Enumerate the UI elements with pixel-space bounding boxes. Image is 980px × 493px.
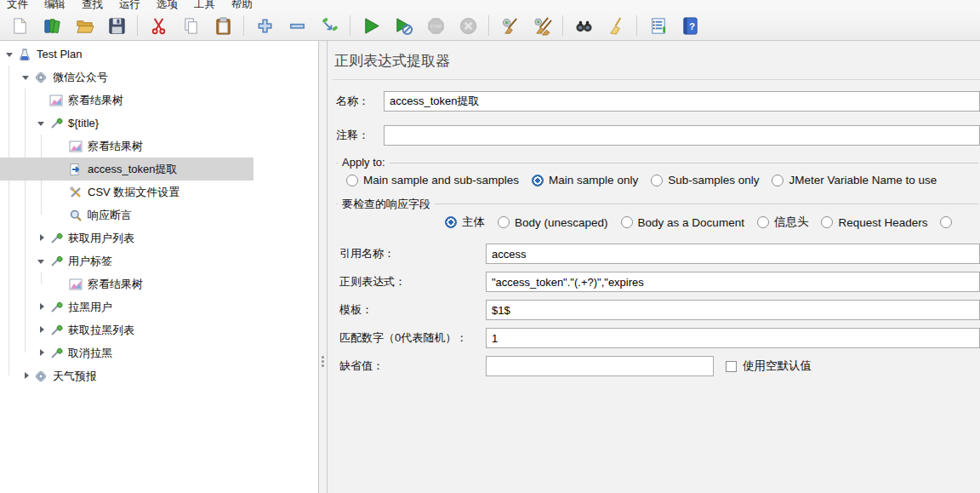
splitter-grip-icon xyxy=(322,354,324,369)
expand-all-icon xyxy=(255,16,275,36)
toolbar-separator xyxy=(562,15,563,36)
sampler-icon xyxy=(49,347,63,360)
toggle-spacer xyxy=(35,94,48,107)
radio-icon xyxy=(757,216,769,228)
expand-toggle[interactable] xyxy=(35,324,48,337)
new-file-icon xyxy=(10,16,30,36)
clear-button[interactable] xyxy=(498,14,521,37)
comment-row: 注释： xyxy=(333,125,980,146)
panel-splitter[interactable] xyxy=(319,41,328,493)
menu-tools[interactable]: 工具 xyxy=(191,0,218,11)
new-file-button[interactable] xyxy=(8,14,31,37)
radio-body[interactable]: 主体 xyxy=(445,215,485,230)
clear-all-button[interactable] xyxy=(530,14,554,37)
expand-toggle[interactable] xyxy=(3,48,17,61)
start-no-timers-button[interactable] xyxy=(391,14,415,37)
results-tree-icon xyxy=(69,278,83,291)
toggle-button[interactable] xyxy=(317,14,341,37)
menu-run[interactable]: 运行 xyxy=(117,0,143,11)
tree-item-csv-data-set[interactable]: CSV 数据文件设置 xyxy=(0,181,318,204)
help-icon: ? xyxy=(681,16,700,36)
function-helper-icon xyxy=(648,16,668,36)
copy-button[interactable] xyxy=(179,14,202,37)
radio-sub-samples-only[interactable]: Sub-samples only xyxy=(651,174,759,186)
expand-toggle[interactable] xyxy=(35,232,48,245)
tree-item-response-assertion[interactable]: 响应断言 xyxy=(0,204,318,226)
toggle-icon xyxy=(320,16,339,36)
match-no-input[interactable] xyxy=(486,328,980,348)
expand-toggle[interactable] xyxy=(35,347,48,360)
tree-item-user-tags[interactable]: 用户标签 xyxy=(0,249,318,272)
tree-item-results-tree-3[interactable]: 察看结果树 xyxy=(0,272,318,295)
radio-body-as-document[interactable]: Body as a Document xyxy=(621,216,744,229)
assertion-icon xyxy=(69,209,83,222)
expand-all-button[interactable] xyxy=(253,14,276,37)
test-plan-icon xyxy=(18,48,31,61)
save-button[interactable] xyxy=(105,14,128,37)
tree-item-unblock[interactable]: 取消拉黑 xyxy=(0,341,318,364)
template-input[interactable] xyxy=(486,300,980,320)
regex-input[interactable] xyxy=(486,272,980,292)
comment-input[interactable] xyxy=(384,125,980,146)
tree-item-get-user-list[interactable]: 获取用户列表 xyxy=(0,226,318,249)
menu-help[interactable]: 帮助 xyxy=(229,0,255,11)
tree-item-results-tree-1[interactable]: 察看结果树 xyxy=(0,89,318,112)
tree-item-get-block-list[interactable]: 获取拉黑列表 xyxy=(0,318,318,341)
menu-search[interactable]: 查找 xyxy=(79,0,105,11)
expand-toggle[interactable] xyxy=(20,71,33,84)
tree-item-access-token-extractor[interactable]: access_token提取 xyxy=(0,158,318,181)
menu-options[interactable]: 选项 xyxy=(154,0,180,11)
menu-file[interactable]: 文件 xyxy=(4,0,31,11)
use-empty-default-checkbox[interactable] xyxy=(726,361,737,372)
tree-item-label: Test Plan xyxy=(37,48,82,60)
menu-edit[interactable]: 编辑 xyxy=(42,0,68,11)
regex-extractor-editor: 正则表达式提取器 名称： 注释： Apply to: Main sample a… xyxy=(328,41,980,493)
tree-item-test-plan[interactable]: Test Plan xyxy=(0,43,318,66)
extractor-icon xyxy=(69,163,83,176)
radio-cut-off[interactable] xyxy=(940,216,957,228)
csv-config-icon xyxy=(69,186,83,199)
save-icon xyxy=(107,16,127,36)
comment-label: 注释： xyxy=(333,128,384,143)
search-reset-button[interactable] xyxy=(604,14,628,37)
cut-button[interactable] xyxy=(146,14,170,37)
collapse-all-button[interactable] xyxy=(285,14,309,37)
expand-toggle[interactable] xyxy=(35,117,48,130)
function-helper-button[interactable] xyxy=(646,14,669,37)
clear-icon xyxy=(500,16,520,36)
default-value-row: 缺省值： 使用空默认值 xyxy=(334,356,980,376)
tree-item-results-tree-2[interactable]: 察看结果树 xyxy=(0,135,318,158)
help-button[interactable]: ? xyxy=(678,14,702,37)
paste-button[interactable] xyxy=(211,14,235,37)
tree-item-block-user[interactable]: 拉黑用户 xyxy=(0,295,318,318)
tree-item-wechat-thread-group[interactable]: 微信公众号 xyxy=(0,66,318,89)
tree-item-weather-thread-group[interactable]: 天气预报 xyxy=(0,364,318,387)
ref-name-input[interactable] xyxy=(486,244,980,264)
toggle-spacer xyxy=(54,278,68,291)
radio-response-headers[interactable]: 信息头 xyxy=(757,215,809,230)
radio-request-headers[interactable]: Request Headers xyxy=(821,216,927,229)
open-button[interactable] xyxy=(72,14,96,37)
templates-button[interactable] xyxy=(40,14,64,37)
default-value-input[interactable] xyxy=(486,356,714,376)
expand-toggle[interactable] xyxy=(35,255,48,268)
tree-item-label: 拉黑用户 xyxy=(68,300,112,315)
apply-to-radios: Main sample and sub-samples Main sample … xyxy=(346,174,978,186)
radio-body-unescaped[interactable]: Body (unescaped) xyxy=(498,216,608,229)
radio-main-sample-only[interactable]: Main sample only xyxy=(532,174,638,186)
expand-toggle[interactable] xyxy=(35,301,48,314)
radio-main-sample-and-sub-samples[interactable]: Main sample and sub-samples xyxy=(346,174,519,186)
search-button[interactable] xyxy=(572,14,595,37)
tree-item-label: 天气预报 xyxy=(53,369,97,384)
results-tree-icon xyxy=(69,140,83,153)
expand-toggle[interactable] xyxy=(20,370,33,383)
paste-icon xyxy=(214,16,233,36)
sampler-icon xyxy=(49,255,63,268)
start-button[interactable] xyxy=(359,14,383,37)
radio-jmeter-variable-name[interactable]: JMeter Variable Name to use xyxy=(772,174,937,186)
match-no-label: 匹配数字（0代表随机）： xyxy=(334,330,486,346)
name-input[interactable] xyxy=(384,91,980,112)
shutdown-button xyxy=(456,14,480,37)
field-to-check-legend: 要检查的响应字段 xyxy=(338,197,435,212)
tree-item-title-sampler[interactable]: ${title} xyxy=(0,112,318,135)
